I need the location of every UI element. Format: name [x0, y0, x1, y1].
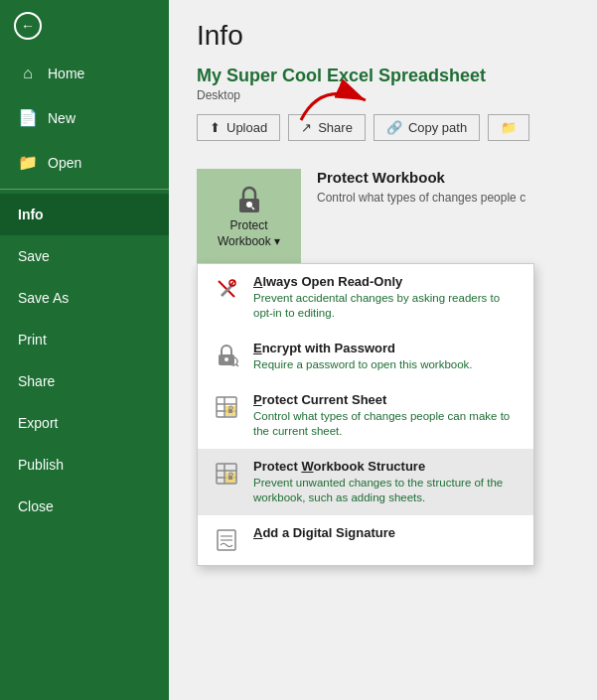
sidebar-label-info: Info — [18, 207, 44, 222]
digital-sig-text: Add a Digital Signature — [253, 525, 395, 542]
upload-button[interactable]: ⬆ Upload — [197, 114, 280, 141]
svg-rect-21 — [228, 476, 232, 480]
file-name: My Super Cool Excel Spreadsheet — [197, 66, 569, 86]
new-icon: 📄 — [18, 108, 38, 127]
file-location: Desktop — [197, 88, 569, 102]
sidebar-item-export[interactable]: Export — [0, 402, 169, 444]
encrypt-desc: Require a password to open this workbook… — [253, 357, 473, 372]
protect-workbook-icon — [231, 183, 267, 218]
sidebar-item-home[interactable]: ⌂ Home — [0, 52, 169, 95]
page-title: Info — [197, 20, 569, 52]
protect-sheet-text: Protect Current Sheet Control what types… — [253, 392, 520, 439]
share-button[interactable]: ↗ Share — [288, 114, 366, 141]
protect-structure-icon — [212, 459, 241, 489]
svg-line-9 — [236, 363, 239, 366]
dropdown-item-encrypt[interactable]: Encrypt with Password Require a password… — [198, 331, 533, 382]
back-button[interactable]: ← — [0, 0, 169, 52]
protect-workbook-card: ProtectWorkbook ▾ Protect Workbook Contr… — [197, 169, 569, 263]
readonly-desc: Prevent accidental changes by asking rea… — [253, 291, 520, 321]
sidebar-label-export: Export — [18, 415, 58, 431]
digital-sig-icon — [212, 525, 241, 555]
protect-structure-text: Protect Workbook Structure Prevent unwan… — [253, 459, 520, 505]
protect-sheet-title: Protect Current Sheet — [253, 392, 520, 407]
sidebar-item-open[interactable]: 📁 Open — [0, 140, 169, 185]
svg-point-1 — [246, 202, 252, 208]
protect-title: Protect Workbook — [317, 169, 569, 186]
sidebar-item-publish[interactable]: Publish — [0, 444, 169, 486]
protect-structure-desc: Prevent unwanted changes to the structur… — [253, 476, 520, 505]
protect-sheet-desc: Control what types of changes people can… — [253, 409, 520, 439]
open-icon: 📁 — [18, 153, 38, 172]
open-location-button[interactable]: 📁 — [488, 114, 529, 141]
protect-description: Protect Workbook Control what types of c… — [317, 169, 569, 207]
sidebar-item-new[interactable]: 📄 New — [0, 95, 169, 140]
sidebar: ← ⌂ Home 📄 New 📁 Open Info Save Save As … — [0, 0, 169, 700]
sidebar-item-saveas[interactable]: Save As — [0, 277, 169, 319]
encrypt-icon — [212, 341, 241, 370]
home-icon: ⌂ — [18, 65, 38, 82]
readonly-icon — [212, 274, 241, 304]
sidebar-label-save: Save — [18, 248, 50, 264]
dropdown-item-digital-sig[interactable]: Add a Digital Signature — [198, 515, 533, 565]
sidebar-label-open: Open — [48, 155, 81, 171]
encrypt-text: Encrypt with Password Require a password… — [253, 341, 473, 372]
digital-sig-title: Add a Digital Signature — [253, 525, 395, 540]
sidebar-label-new: New — [48, 110, 75, 126]
svg-point-7 — [224, 357, 228, 361]
sidebar-item-share[interactable]: Share — [0, 360, 169, 402]
sidebar-item-info[interactable]: Info — [0, 194, 169, 235]
sidebar-label-home: Home — [48, 66, 84, 81]
protect-dropdown-menu: Always Open Read-Only Prevent accidental… — [197, 263, 534, 566]
protect-structure-title: Protect Workbook Structure — [253, 459, 520, 474]
protect-workbook-label: ProtectWorkbook ▾ — [218, 218, 280, 249]
sidebar-label-publish: Publish — [18, 457, 64, 473]
sidebar-item-save[interactable]: Save — [0, 235, 169, 277]
main-header: Info My Super Cool Excel Spreadsheet Des… — [169, 0, 597, 169]
share-icon: ↗ — [301, 120, 312, 135]
info-section: ProtectWorkbook ▾ Protect Workbook Contr… — [169, 169, 597, 263]
copy-path-button[interactable]: 🔗 Copy path — [373, 114, 480, 141]
svg-rect-15 — [228, 409, 232, 413]
protect-sheet-icon — [212, 392, 241, 422]
sidebar-label-print: Print — [18, 332, 47, 348]
sidebar-item-close[interactable]: Close — [0, 486, 169, 527]
copy-path-icon: 🔗 — [386, 120, 402, 135]
sidebar-nav: ⌂ Home 📄 New 📁 Open Info Save Save As Pr… — [0, 52, 169, 700]
sidebar-label-share: Share — [18, 373, 55, 389]
readonly-title: Always Open Read-Only — [253, 274, 520, 289]
main-content: Info My Super Cool Excel Spreadsheet Des… — [169, 0, 597, 700]
dropdown-item-protect-structure[interactable]: Protect Workbook Structure Prevent unwan… — [198, 449, 533, 515]
protect-workbook-button[interactable]: ProtectWorkbook ▾ — [197, 169, 301, 263]
encrypt-title: Encrypt with Password — [253, 341, 473, 355]
upload-icon: ⬆ — [210, 120, 221, 135]
open-location-icon: 📁 — [501, 120, 517, 135]
sidebar-item-print[interactable]: Print — [0, 319, 169, 360]
sidebar-label-saveas: Save As — [18, 290, 69, 306]
readonly-text: Always Open Read-Only Prevent accidental… — [253, 274, 520, 321]
action-buttons: ⬆ Upload ↗ Share 🔗 Copy path 📁 — [197, 114, 569, 141]
dropdown-item-readonly[interactable]: Always Open Read-Only Prevent accidental… — [198, 264, 533, 331]
protect-desc: Control what types of changes people c — [317, 190, 569, 207]
dropdown-item-protect-sheet[interactable]: Protect Current Sheet Control what types… — [198, 382, 533, 449]
back-icon: ← — [14, 12, 42, 40]
sidebar-label-close: Close — [18, 498, 54, 514]
